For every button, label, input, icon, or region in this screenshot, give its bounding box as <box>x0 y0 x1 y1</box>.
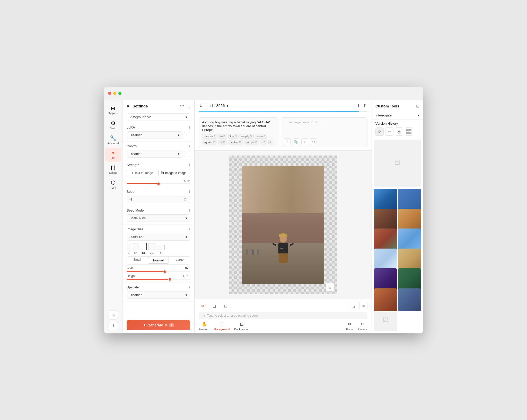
share-icon[interactable]: ⬆ <box>363 103 366 108</box>
save-icon[interactable]: ⬚ <box>186 104 190 108</box>
token-empty[interactable]: empty⊡ <box>240 134 254 139</box>
seed-mode-select[interactable]: Scale Alike ▾ <box>127 214 190 222</box>
lora-add-button[interactable]: + <box>184 132 190 138</box>
text-to-image-tab[interactable]: T Text to Image <box>127 169 158 177</box>
thumbnail-3[interactable] <box>374 209 397 232</box>
history-icon[interactable]: ⟳ <box>375 127 384 136</box>
maximize-button[interactable] <box>118 92 121 95</box>
seed-input[interactable]: -1 ⬚ <box>127 196 190 203</box>
coffee-icon[interactable]: ☕ <box>395 127 403 136</box>
select-area-row: ⊡ Type to select an area (coming soon) <box>199 312 367 319</box>
add-layer-button[interactable]: ⊞ <box>359 302 367 310</box>
thumbnail-7[interactable] <box>374 249 397 272</box>
size-large-tab[interactable]: Large <box>169 257 190 264</box>
width-slider-thumb[interactable] <box>163 270 166 273</box>
image-to-image-tab[interactable]: 🖼 Image to Image <box>158 170 190 176</box>
thumbnail-6[interactable] <box>398 229 421 252</box>
toolbar-right: ⬚ ⊞ <box>349 302 367 310</box>
control-add-button[interactable]: + <box>184 151 190 157</box>
negative-prompt[interactable]: Enter negative prompt ... T 📎 ○ ⊙ <box>281 117 367 147</box>
token-the[interactable]: the⊡ <box>228 134 239 139</box>
background-tool[interactable]: ⊟ Background <box>234 321 249 331</box>
token-in[interactable]: in⊡ <box>218 134 227 139</box>
ar-1-1[interactable]: 1:1 <box>148 243 155 254</box>
layers-button[interactable]: ⊞ <box>326 283 334 291</box>
generate-button[interactable]: ✦ Generate ⇅ 1 <box>127 320 190 330</box>
select-area-placeholder[interactable]: Type to select an area (coming soon) <box>207 314 258 317</box>
interrogate-row[interactable]: Interrogate ▾ <box>372 111 423 120</box>
freeform-tool[interactable]: ✋ Freeform <box>199 321 210 331</box>
control-info-icon[interactable]: ℹ <box>189 144 190 148</box>
seed-info-icon[interactable]: ℹ <box>189 190 190 194</box>
close-button[interactable] <box>108 92 111 95</box>
lora-select[interactable]: Disabled ▾ <box>127 131 182 139</box>
height-slider-thumb[interactable] <box>168 278 172 281</box>
thumbnail-11[interactable] <box>374 288 397 312</box>
ar-3[interactable]: 3 <box>127 244 131 254</box>
control-select[interactable]: Disabled ▾ <box>127 150 182 158</box>
token-dances[interactable]: dances⊡ <box>202 134 217 139</box>
token-of[interactable]: of⊡ <box>218 140 227 144</box>
thumbnail-12[interactable] <box>398 288 421 312</box>
scripts-icon: { } <box>111 165 116 171</box>
sidebar-item-all[interactable]: ✦ All <box>105 148 121 162</box>
thumbnail-10[interactable] <box>398 268 421 291</box>
edit-icon[interactable]: ✏ <box>385 127 393 136</box>
neg-attach-icon[interactable]: 📎 <box>293 138 299 145</box>
minimize-button[interactable] <box>113 92 116 95</box>
seed-mode-label: Seed Mode <box>127 208 144 212</box>
sidebar-item-basic[interactable]: ⚙ Basic <box>105 118 121 132</box>
ar-3-4[interactable]: 3:4 <box>133 243 138 254</box>
erase-tool[interactable]: ✏ Erase <box>346 321 354 331</box>
sidebar-item-scripts[interactable]: { } Scripts <box>105 163 121 176</box>
foreground-tool[interactable]: ⬚ Foreground <box>214 321 230 331</box>
image-size-info-icon[interactable]: ℹ <box>189 227 190 231</box>
thumbnail-5[interactable] <box>374 229 397 252</box>
sidebar-item-projects[interactable]: ⊞ Projects <box>105 103 121 117</box>
download-icon[interactable]: ⬇ <box>357 103 360 108</box>
more-icon[interactable]: ••• <box>180 104 184 108</box>
grid-view-icon[interactable] <box>405 127 413 136</box>
thumbnail-9[interactable] <box>374 268 397 291</box>
sidebar-item-peft[interactable]: ⬡ PEFT <box>105 177 121 191</box>
lora-info-icon[interactable]: ℹ <box>189 125 190 129</box>
seed-mode-info-icon[interactable]: ℹ <box>189 208 190 212</box>
thumbnail-4[interactable] <box>398 209 421 232</box>
upscaler-select[interactable]: Disabled ▾ <box>127 291 190 299</box>
token-square[interactable]: square⊡ <box>202 140 217 144</box>
aspect-ratios: 3 3:4 4:5 1:1 <box>127 243 190 254</box>
token-dot[interactable]: .⊡ <box>260 140 267 144</box>
titlebar <box>104 87 423 100</box>
positive-prompt[interactable]: A young boy wearing a t-shirt saying "AL… <box>199 117 278 147</box>
thumbnail-2[interactable] <box>398 189 421 212</box>
thumbnail-8[interactable] <box>398 249 421 272</box>
token-central[interactable]: central⊡ <box>228 140 243 144</box>
new-page-button[interactable]: ⬚ <box>349 302 357 310</box>
neg-settings-icon[interactable]: ⊙ <box>310 138 317 145</box>
version-select[interactable]: Playground v2 ▾ <box>127 113 190 121</box>
sidebar-item-advanced[interactable]: 🔧 Advanced <box>105 133 121 147</box>
neg-text-icon[interactable]: T <box>284 138 291 145</box>
thumbnail-1[interactable] <box>374 189 397 212</box>
brush-tool-icon[interactable]: ✏ <box>199 302 207 310</box>
strength-section: Strength ℹ T Text to Image 🖼 Image to Im… <box>122 160 194 187</box>
size-normal-tab[interactable]: Normal <box>148 257 169 264</box>
image-size-select[interactable]: 896x1152 ▾ <box>127 233 190 241</box>
ar-4-5[interactable]: 4:5 <box>140 243 147 254</box>
ar-5[interactable]: 5 <box>157 245 165 254</box>
select-tool-icon[interactable]: ⊟ <box>221 302 230 310</box>
token-europe[interactable]: europe⊡ <box>244 140 259 144</box>
strength-info-icon[interactable]: ℹ <box>189 163 190 167</box>
token-circle[interactable]: ⊙ <box>268 140 274 144</box>
restore-tool[interactable]: ↩ Restore <box>357 321 367 331</box>
upscaler-info-icon[interactable]: ℹ <box>189 285 190 289</box>
canvas-title-chevron-icon[interactable]: ▾ <box>226 103 229 108</box>
eraser-tool-icon[interactable]: ◻ <box>210 302 218 310</box>
token-town[interactable]: town⊡ <box>255 134 267 139</box>
info-button[interactable]: ℹ <box>109 321 118 330</box>
neg-circle-icon[interactable]: ○ <box>301 138 308 145</box>
size-small-tab[interactable]: Small <box>127 257 147 264</box>
strength-slider-thumb[interactable] <box>157 182 160 186</box>
layout-icon[interactable]: ⊞ <box>416 104 419 108</box>
plugin-button[interactable]: ⊕ <box>109 310 118 319</box>
